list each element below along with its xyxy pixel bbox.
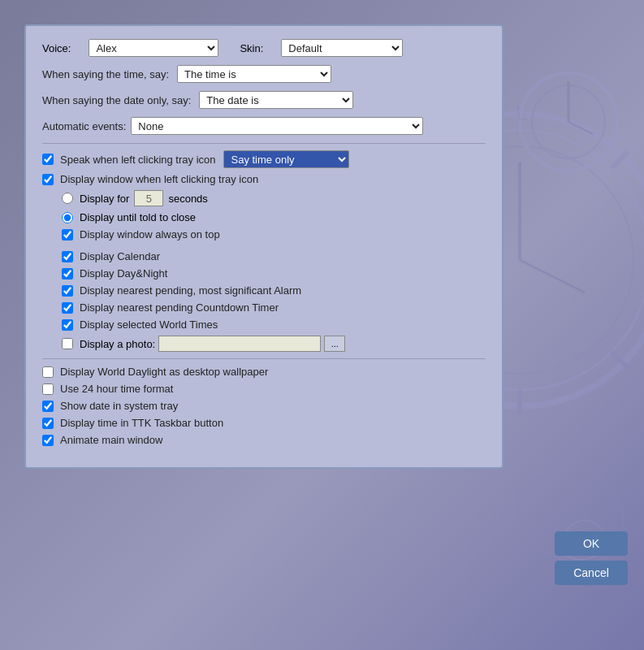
animate-main-checkbox[interactable] [42, 435, 54, 446]
settings-dialog: Voice: Alex Skin: Default When saying th… [24, 24, 504, 469]
display-world-times-row: Display selected World Times [42, 318, 486, 331]
display-world-times-label: Display selected World Times [80, 318, 218, 331]
display-countdown-row: Display nearest pending Countdown Timer [42, 301, 486, 314]
speak-tray-checkbox[interactable] [42, 154, 54, 165]
display-for-row: Display for seconds [62, 190, 486, 206]
display-until-row: Display until told to close [62, 211, 486, 223]
seconds-label: seconds [168, 193, 207, 205]
display-always-on-top-label: Display window always on top [80, 228, 220, 240]
speak-tray-label: Speak when left clicking tray icon [60, 154, 215, 166]
animate-main-row: Animate main window [42, 434, 486, 446]
display-countdown-label: Display nearest pending Countdown Timer [80, 301, 279, 314]
display-until-radio[interactable] [62, 212, 73, 223]
show-date-tray-label: Show date in system tray [60, 400, 178, 412]
display-calendar-checkbox[interactable] [62, 251, 73, 262]
use-24hr-row: Use 24 hour time format [42, 383, 486, 395]
display-window-tray-row: Display window when left clicking tray i… [42, 173, 486, 185]
time-prefix-select[interactable]: The time is It is [177, 65, 331, 83]
use-24hr-label: Use 24 hour time format [60, 383, 173, 395]
skin-select[interactable]: Default [281, 39, 403, 57]
auto-events-select[interactable]: None [131, 117, 423, 135]
display-daylight-wallpaper-checkbox[interactable] [42, 366, 54, 378]
skin-label: Skin: [240, 42, 263, 54]
display-time-ttk-label: Display time in TTK Taskbar button [60, 417, 223, 429]
photo-path-input[interactable] [158, 336, 321, 352]
display-photo-label: Display a photo: [80, 338, 155, 350]
display-alarm-checkbox[interactable] [62, 285, 73, 297]
display-for-container: Display for seconds Display until told t… [42, 190, 486, 223]
display-photo-checkbox[interactable] [62, 338, 73, 349]
time-prefix-row: When saying the time, say: The time is I… [42, 65, 486, 83]
cancel-button[interactable]: Cancel [555, 561, 628, 585]
display-time-ttk-row: Display time in TTK Taskbar button [42, 417, 486, 429]
auto-events-label: Automatic events: [42, 120, 126, 132]
separator-1 [42, 143, 486, 144]
display-for-radio[interactable] [62, 193, 73, 204]
display-always-on-top-checkbox[interactable] [62, 229, 73, 240]
animate-main-label: Animate main window [60, 434, 162, 446]
voice-select[interactable]: Alex [89, 39, 218, 57]
show-date-tray-row: Show date in system tray [42, 400, 486, 412]
auto-events-row: Automatic events: None [42, 117, 486, 135]
separator-2 [42, 358, 486, 359]
display-window-tray-label: Display window when left clicking tray i… [60, 173, 258, 185]
time-prefix-label: When saying the time, say: [42, 68, 169, 80]
display-daynight-row: Display Day&Night [42, 267, 486, 280]
display-countdown-checkbox[interactable] [62, 302, 73, 314]
display-daynight-checkbox[interactable] [62, 268, 73, 280]
show-date-tray-checkbox[interactable] [42, 401, 54, 412]
display-window-tray-checkbox[interactable] [42, 174, 54, 185]
voice-skin-row: Voice: Alex Skin: Default [42, 39, 486, 57]
display-until-label: Display until told to close [80, 211, 196, 223]
display-alarm-label: Display nearest pending, most significan… [80, 284, 301, 297]
display-alarm-row: Display nearest pending, most significan… [42, 284, 486, 297]
display-daynight-label: Display Day&Night [80, 267, 167, 280]
date-prefix-select[interactable]: The date is Today is [199, 91, 353, 109]
display-daylight-wallpaper-label: Display World Daylight as desktop wallpa… [60, 366, 268, 378]
ok-cancel-panel: OK Cancel [555, 531, 628, 585]
display-time-ttk-checkbox[interactable] [42, 418, 54, 429]
speak-tray-row: Speak when left clicking tray icon Say t… [42, 150, 486, 168]
voice-label: Voice: [42, 42, 71, 54]
display-daylight-wallpaper-row: Display World Daylight as desktop wallpa… [42, 366, 486, 378]
ok-button[interactable]: OK [555, 531, 628, 556]
display-always-on-top-row: Display window always on top [42, 228, 486, 240]
seconds-input[interactable] [134, 190, 163, 206]
display-calendar-label: Display Calendar [80, 250, 160, 262]
date-prefix-label: When saying the date only, say: [42, 94, 191, 106]
use-24hr-checkbox[interactable] [42, 384, 54, 395]
browse-button[interactable]: ... [324, 336, 345, 352]
display-calendar-row: Display Calendar [42, 250, 486, 262]
display-world-times-checkbox[interactable] [62, 319, 73, 331]
say-select[interactable]: Say time only Say date and time Say date… [223, 150, 349, 168]
date-prefix-row: When saying the date only, say: The date… [42, 91, 486, 109]
display-for-label: Display for [80, 193, 129, 205]
display-photo-row: Display a photo: ... [42, 336, 486, 352]
